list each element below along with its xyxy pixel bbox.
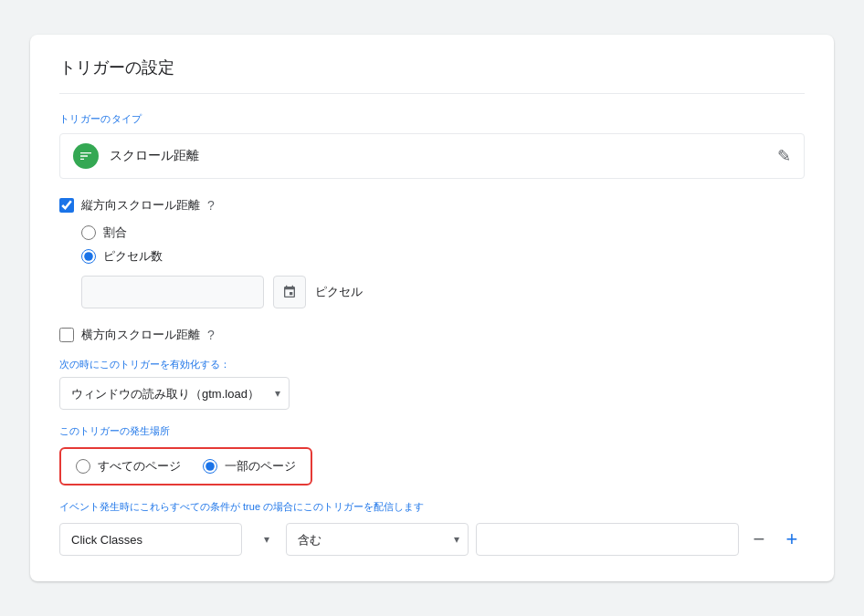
- some-pages-radio[interactable]: [203, 459, 217, 474]
- condition-field-select[interactable]: Click Classes Click ID Click Element Cli…: [59, 523, 242, 556]
- calendar-icon[interactable]: [273, 276, 306, 308]
- remove-condition-button[interactable]: −: [746, 527, 772, 552]
- vertical-scroll-checkbox[interactable]: [59, 198, 74, 213]
- horizontal-scroll-checkbox-row: 横方向スクロール距離 ?: [59, 327, 805, 343]
- trigger-type-name: スクロール距離: [110, 148, 199, 164]
- occurrence-radio-group: すべてのページ 一部のページ: [59, 447, 312, 485]
- condition-label: イベント発生時にこれらすべての条件が true の場合にこのトリガーを配信します: [59, 500, 805, 514]
- vertical-scroll-checkbox-row: 縦方向スクロール距離 ?: [59, 197, 805, 214]
- horizontal-scroll-help-icon[interactable]: ?: [207, 328, 215, 342]
- horizontal-scroll-checkbox[interactable]: [59, 328, 74, 342]
- some-pages-label: 一部のページ: [225, 458, 296, 475]
- activate-select-wrapper: ウィンドウの読み取り（gtm.load） DOMの準備完了（gtm.dom） ペ…: [59, 377, 290, 410]
- horizontal-scroll-label: 横方向スクロール距離: [81, 327, 200, 343]
- pixel-input-row: ピクセル: [81, 276, 805, 308]
- condition-operator-select-wrapper: 含む 含まない 等しい 等しくない 正規表現に一致: [286, 523, 469, 556]
- vertical-scroll-label: 縦方向スクロール距離: [81, 197, 200, 214]
- pixel-radio[interactable]: [81, 249, 96, 264]
- activate-label: 次の時にこのトリガーを有効化する：: [59, 358, 805, 371]
- ratio-label: 割合: [103, 224, 127, 241]
- condition-value-input[interactable]: [476, 523, 739, 556]
- all-pages-radio-row: すべてのページ: [76, 458, 181, 475]
- scroll-distance-icon: [73, 143, 99, 169]
- occurrence-label: このトリガーの発生場所: [59, 424, 805, 438]
- pixel-unit-label: ピクセル: [315, 284, 363, 300]
- pixel-radio-row: ピクセル数: [81, 248, 805, 265]
- settings-card: トリガーの設定 トリガーのタイプ スクロール距離 ✎ 縦方向スクロール距離 ? …: [30, 35, 834, 581]
- pixel-label: ピクセル数: [103, 248, 163, 265]
- condition-row: Click Classes Click ID Click Element Cli…: [59, 523, 805, 556]
- trigger-type-selector[interactable]: スクロール距離 ✎: [59, 133, 805, 179]
- ratio-radio-row: 割合: [81, 224, 805, 241]
- edit-icon[interactable]: ✎: [777, 146, 791, 166]
- trigger-type-left: スクロール距離: [73, 143, 199, 169]
- condition-operator-select[interactable]: 含む 含まない 等しい 等しくない 正規表現に一致: [286, 523, 469, 556]
- activate-select[interactable]: ウィンドウの読み取り（gtm.load） DOMの準備完了（gtm.dom） ペ…: [59, 377, 290, 410]
- some-pages-radio-row: 一部のページ: [203, 458, 296, 475]
- add-condition-button[interactable]: +: [779, 527, 805, 552]
- trigger-type-label: トリガーのタイプ: [59, 112, 805, 126]
- ratio-radio[interactable]: [81, 225, 96, 240]
- condition-field-select-wrapper: Click Classes Click ID Click Element Cli…: [59, 523, 279, 556]
- all-pages-radio[interactable]: [76, 459, 90, 474]
- card-title: トリガーの設定: [59, 57, 805, 94]
- vertical-scroll-radio-group: 割合 ピクセル数: [81, 224, 805, 265]
- all-pages-label: すべてのページ: [98, 458, 181, 475]
- vertical-scroll-help-icon[interactable]: ?: [207, 198, 215, 213]
- pixel-value-input[interactable]: [81, 276, 264, 308]
